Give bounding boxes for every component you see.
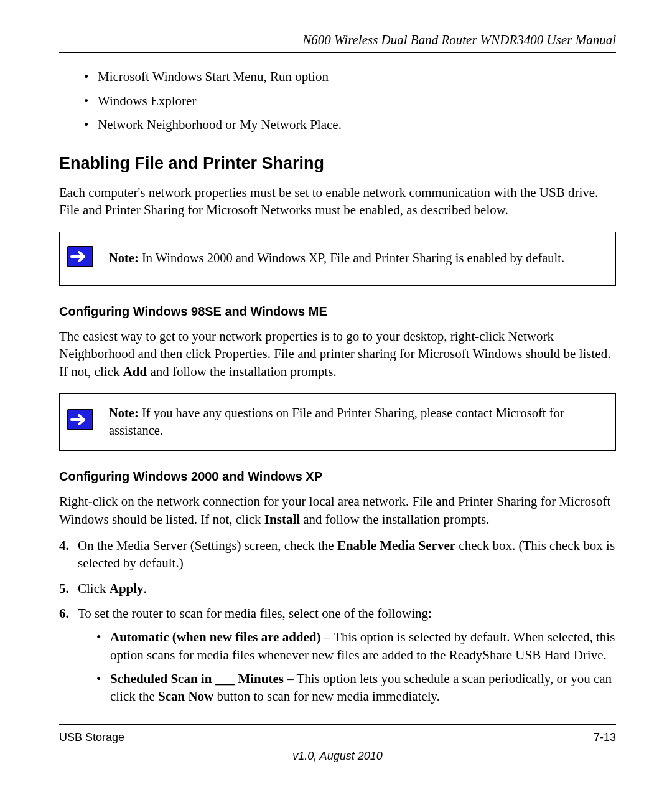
text-bold: Enable Media Server [337,538,455,553]
text: and follow the installation prompts. [300,512,489,527]
footer-version: v1.0, August 2010 [59,748,616,763]
footer-rule [59,724,616,725]
text: button to scan for new media immediately… [213,689,440,704]
text: and follow the installation prompts. [147,364,336,379]
subsection-heading: Configuring Windows 2000 and Windows XP [59,468,616,485]
list-item: Scheduled Scan in ___ Minutes – This opt… [96,670,616,706]
text: Click [78,581,110,596]
list-item: 5. Click Apply. [59,580,616,597]
note-text: Note: If you have any questions on File … [101,393,616,450]
text-bold: Scheduled Scan in ___ Minutes [110,671,284,686]
list-item: 6. To set the router to scan for media f… [59,605,616,706]
footer-row: USB Storage 7-13 [59,730,616,745]
sub-bullet-list: Automatic (when new files are added) – T… [78,628,616,705]
header-rule [59,52,616,53]
note-label: Note: [109,251,139,265]
list-item: 4. On the Media Server (Settings) screen… [59,537,616,572]
note-body: In Windows 2000 and Windows XP, File and… [142,251,564,265]
section-heading: Enabling File and Printer Sharing [59,152,616,174]
note-icon-cell [60,232,101,285]
text-bold: Add [123,364,147,379]
list-item: Network Neighborhood or My Network Place… [84,116,616,133]
document-title: N600 Wireless Dual Band Router WNDR3400 … [59,31,616,49]
subsection-body: The easiest way to get to your network p… [59,328,616,380]
arrow-right-icon [67,409,93,430]
text: On the Media Server (Settings) screen, c… [78,538,337,553]
top-bullet-list: Microsoft Windows Start Menu, Run option… [59,68,616,133]
text: To set the router to scan for media file… [78,606,432,621]
subsection-heading: Configuring Windows 98SE and Windows ME [59,303,616,320]
note-text: Note: In Windows 2000 and Windows XP, Fi… [101,232,616,285]
text-bold: Automatic (when new files are added) [110,630,321,644]
list-number: 5. [59,580,69,597]
document-page: N600 Wireless Dual Band Router WNDR3400 … [0,0,672,788]
note-box: Note: In Windows 2000 and Windows XP, Fi… [59,232,616,286]
note-body: If you have any questions on File and Pr… [109,406,564,437]
footer-page-number: 7-13 [594,730,616,745]
note-label: Note: [109,406,139,420]
text-bold: Apply [110,581,144,596]
list-number: 6. [59,605,69,622]
text-bold: Install [264,512,300,527]
list-item: Windows Explorer [84,92,616,110]
list-item: Microsoft Windows Start Menu, Run option [84,68,616,85]
list-item: Automatic (when new files are added) – T… [96,628,616,664]
note-icon-cell [60,393,101,450]
numbered-list: 4. On the Media Server (Settings) screen… [59,537,616,706]
footer-left: USB Storage [59,730,124,745]
list-number: 4. [59,537,69,554]
text: . [144,581,147,596]
subsection-body: Right-click on the network connection fo… [59,493,616,528]
text-bold: Scan Now [158,689,213,704]
note-box: Note: If you have any questions on File … [59,393,616,451]
arrow-right-icon [67,246,93,267]
section-intro: Each computer's network properties must … [59,184,616,219]
